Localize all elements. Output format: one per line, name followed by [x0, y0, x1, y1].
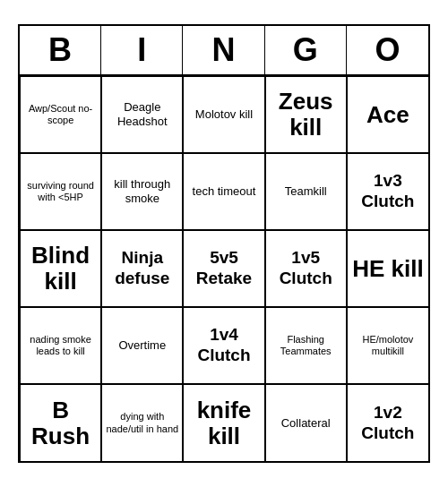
cell-text-0: Awp/Scout no-scope: [24, 103, 97, 126]
bingo-cell-16: Overtime: [101, 307, 183, 384]
bingo-cell-19: HE/molotov multikill: [347, 307, 428, 384]
cell-text-3: Zeus kill: [270, 89, 342, 140]
cell-text-22: knife kill: [187, 397, 260, 449]
cell-text-13: 1v5 Clutch: [270, 248, 342, 289]
bingo-card: B I N G O Awp/Scout no-scopeDeagle Heads…: [18, 24, 430, 463]
bingo-header: B I N G O: [20, 26, 428, 76]
bingo-cell-23: Collateral: [265, 384, 347, 461]
bingo-cell-17: 1v4 Clutch: [183, 307, 264, 384]
bingo-cell-0: Awp/Scout no-scope: [20, 76, 101, 153]
bingo-cell-15: nading smoke leads to kill: [20, 307, 101, 384]
cell-text-23: Collateral: [281, 416, 331, 431]
header-i: I: [101, 26, 183, 74]
cell-text-16: Overtime: [118, 338, 166, 353]
cell-text-10: Blind kill: [24, 243, 97, 294]
bingo-cell-9: 1v3 Clutch: [347, 153, 428, 230]
cell-text-1: Deagle Headshot: [106, 100, 178, 128]
cell-text-21: dying with nade/util in hand: [106, 411, 178, 434]
header-b: B: [20, 26, 101, 74]
cell-text-8: Teamkill: [285, 184, 327, 199]
bingo-cell-1: Deagle Headshot: [101, 76, 183, 153]
cell-text-4: Ace: [366, 102, 409, 128]
cell-text-15: nading smoke leads to kill: [24, 334, 97, 357]
cell-text-14: HE kill: [352, 256, 423, 282]
header-o: O: [347, 26, 428, 74]
bingo-cell-6: kill through smoke: [101, 153, 183, 230]
bingo-grid: Awp/Scout no-scopeDeagle HeadshotMolotov…: [20, 76, 428, 461]
cell-text-5: surviving round with <5HP: [24, 180, 97, 203]
cell-text-17: 1v4 Clutch: [187, 325, 260, 366]
cell-text-2: Molotov kill: [195, 107, 253, 122]
cell-text-24: 1v2 Clutch: [351, 403, 425, 444]
bingo-cell-14: HE kill: [347, 230, 428, 307]
bingo-cell-3: Zeus kill: [265, 76, 347, 153]
header-n: N: [183, 26, 264, 74]
cell-text-12: 5v5 Retake: [187, 248, 260, 289]
bingo-cell-5: surviving round with <5HP: [20, 153, 101, 230]
cell-text-19: HE/molotov multikill: [351, 334, 425, 357]
cell-text-20: B Rush: [24, 397, 97, 449]
bingo-cell-7: tech timeout: [183, 153, 264, 230]
bingo-cell-20: B Rush: [20, 384, 101, 461]
bingo-cell-11: Ninja defuse: [101, 230, 183, 307]
bingo-cell-4: Ace: [347, 76, 428, 153]
bingo-cell-12: 5v5 Retake: [183, 230, 264, 307]
bingo-cell-21: dying with nade/util in hand: [101, 384, 183, 461]
cell-text-6: kill through smoke: [106, 177, 178, 205]
bingo-cell-18: Flashing Teammates: [265, 307, 347, 384]
bingo-cell-13: 1v5 Clutch: [265, 230, 347, 307]
bingo-cell-2: Molotov kill: [183, 76, 264, 153]
bingo-cell-10: Blind kill: [20, 230, 101, 307]
bingo-cell-8: Teamkill: [265, 153, 347, 230]
cell-text-9: 1v3 Clutch: [351, 171, 425, 212]
bingo-cell-22: knife kill: [183, 384, 264, 461]
header-g: G: [265, 26, 347, 74]
cell-text-11: Ninja defuse: [106, 248, 178, 289]
cell-text-7: tech timeout: [193, 184, 256, 199]
bingo-cell-24: 1v2 Clutch: [347, 384, 428, 461]
cell-text-18: Flashing Teammates: [270, 334, 342, 357]
